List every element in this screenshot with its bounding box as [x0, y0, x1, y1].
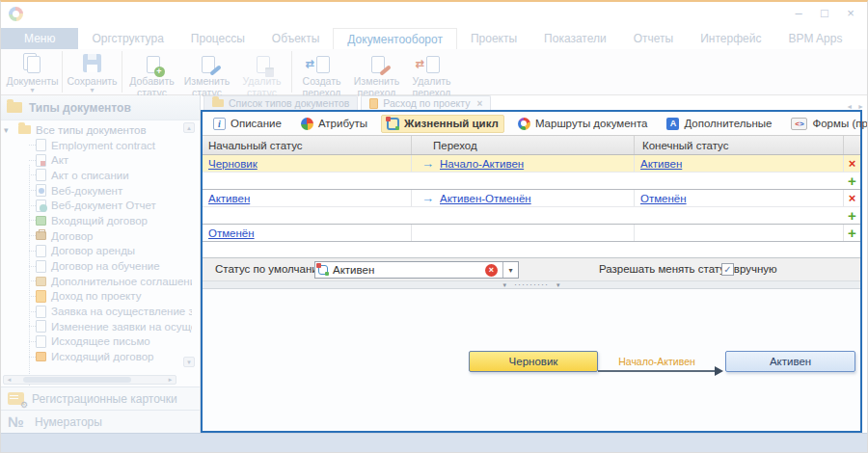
ribbon-tab[interactable]: Отчеты — [620, 28, 687, 49]
tree-item[interactable]: Акт — [1, 152, 192, 168]
documents-button[interactable]: Документы ▾ — [5, 49, 60, 94]
minimize-button[interactable]: – — [792, 6, 805, 20]
tree-item[interactable]: Заявка на осуществление закупк — [1, 304, 192, 319]
tab-close-icon[interactable]: × — [476, 98, 482, 109]
delete-row-icon[interactable]: × — [849, 191, 856, 205]
additional-icon: A — [666, 118, 679, 130]
add-status-button[interactable]: Добавить статус — [124, 49, 179, 94]
delete-row-icon[interactable]: × — [849, 156, 856, 171]
routes-icon — [518, 118, 530, 130]
ribbon-tab[interactable]: Оргструктура — [78, 28, 176, 49]
ribbon-tab[interactable]: BPM Apps — [774, 28, 855, 49]
maximize-button[interactable]: □ — [818, 6, 831, 20]
default-status-bar: Статус по умолчанию Активен × ▾ Разрешат… — [203, 257, 860, 280]
scroll-up-icon[interactable]: ▲ — [183, 122, 195, 133]
tab-description[interactable]: i Описание — [207, 115, 287, 133]
tree-item[interactable]: Договор — [1, 228, 192, 244]
doc-icon — [36, 154, 46, 167]
default-status-combobox[interactable]: Активен × ▾ — [314, 261, 519, 279]
tree-item[interactable]: Дополнительное соглашение — [1, 274, 192, 289]
table-header: Начальный статус Переход Конечный статус — [203, 136, 860, 155]
tree-item[interactable]: Исходящее письмо — [1, 334, 192, 350]
transition-edge-label[interactable]: Начало-Активен — [596, 356, 718, 367]
ribbon-tab[interactable]: Проекты — [457, 28, 530, 49]
delete-status-button[interactable]: Удалить статус — [234, 49, 289, 94]
tab-additional[interactable]: A Дополнительные — [661, 115, 777, 133]
ribbon-tab[interactable]: Интерфейс — [687, 28, 774, 49]
tab-attributes[interactable]: Атрибуты — [295, 115, 373, 133]
scroll-right-icon[interactable]: ► — [165, 376, 176, 384]
save-button[interactable]: Сохранить ▾ — [65, 49, 120, 94]
dropdown-button[interactable]: ▾ — [502, 262, 518, 278]
tree-vertical-scrollbar[interactable]: ▲ ▼ — [183, 122, 195, 367]
column-header: Конечный статус — [635, 136, 844, 154]
add-row-icon[interactable]: + — [848, 173, 856, 189]
document-tabbar: Список типов документов Расход по проект… — [201, 95, 868, 110]
tree-item[interactable]: Доход по проекту — [1, 289, 192, 305]
tree-item[interactable]: Employment contract — [1, 138, 192, 153]
forms-icon: <> — [791, 118, 807, 130]
tree-root[interactable]: ▾ Все типы документов — [1, 122, 192, 138]
tab-lifecycle[interactable]: Жизненный цикл — [381, 115, 504, 133]
diagram-node-draft[interactable]: Черновик — [469, 351, 598, 372]
ribbon-tab[interactable]: Объекты — [258, 28, 334, 49]
clear-value-button[interactable]: × — [485, 264, 498, 277]
tree-item[interactable]: Акт о списании — [1, 168, 192, 183]
sidebar-section-registration-cards[interactable]: Регистрационные карточки — [1, 386, 200, 410]
tab-project-expense[interactable]: Расход по проекту × — [361, 95, 491, 110]
scroll-thumb[interactable] — [23, 377, 131, 383]
status-link[interactable]: Активен — [208, 193, 250, 204]
status-link[interactable]: Черновик — [208, 158, 258, 170]
tree-item[interactable]: Веб-документ — [1, 183, 192, 199]
edit-transition-icon — [365, 52, 390, 76]
sidebar-header: Типы документов — [1, 95, 200, 120]
tab-document-routes[interactable]: Маршруты документа — [512, 115, 654, 133]
expand-caret-icon[interactable]: ▾ — [4, 125, 14, 135]
edit-status-button[interactable]: Изменить статус — [179, 49, 234, 94]
attributes-icon — [301, 118, 313, 130]
menu-button[interactable]: Меню — [1, 28, 78, 49]
sidebar-section-numerators[interactable]: № Нумераторы — [1, 410, 200, 433]
tree-item[interactable]: Договор аренды — [1, 244, 192, 259]
ribbon-tab[interactable]: Процессы — [177, 28, 258, 49]
statusbar — [1, 433, 868, 453]
diagram-node-active[interactable]: Активен — [725, 351, 855, 372]
tree-item[interactable]: Договор на обучение — [1, 258, 192, 274]
app-logo-icon — [9, 7, 23, 21]
ribbon-tab[interactable]: Показатели — [530, 28, 620, 49]
save-icon — [80, 52, 105, 76]
folder-icon — [36, 277, 46, 286]
panel-splitter[interactable]: ▾ ········· ▾ — [203, 280, 860, 289]
edit-transition-button[interactable]: Изменить переход — [349, 49, 404, 94]
add-transition-row: + — [203, 173, 860, 190]
status-link[interactable]: Отменён — [208, 227, 255, 239]
status-link[interactable]: Отменён — [640, 193, 687, 204]
tree-item[interactable]: Веб-документ Отчет — [1, 198, 192, 213]
ribbon-tab-active[interactable]: Документооборот — [333, 28, 457, 49]
allow-manual-checkbox[interactable]: ✓ — [721, 263, 734, 276]
transition-link[interactable]: Начало-Активен — [440, 158, 524, 170]
transition-link[interactable]: Активен-Отменён — [440, 193, 531, 204]
collapse-icon[interactable]: ▾ — [502, 281, 506, 289]
add-row-icon[interactable]: + — [848, 207, 856, 224]
delete-transition-button[interactable]: Удалить переход — [404, 49, 459, 94]
add-row-icon[interactable]: + — [848, 225, 856, 241]
documents-icon — [20, 52, 45, 76]
close-button[interactable]: × — [844, 6, 857, 20]
scroll-left-icon[interactable]: ◄ — [4, 376, 14, 384]
table-row: Черновик →Начало-Активен Активен × — [203, 155, 860, 173]
tab-nav-right-icon[interactable]: ► — [857, 103, 864, 110]
scroll-down-icon[interactable]: ▼ — [183, 357, 195, 367]
ribbon-tab[interactable]: Сценарии — [855, 28, 868, 49]
tab-forms[interactable]: <> Формы (представления) — [785, 115, 868, 133]
tree-item[interactable]: Входящий договор — [1, 213, 192, 228]
collapse-icon[interactable]: ▾ — [556, 281, 560, 289]
create-transition-button[interactable]: Создать переход — [294, 49, 349, 94]
doc-icon — [36, 320, 46, 333]
tree-horizontal-scrollbar[interactable]: ◄ ► — [3, 375, 176, 385]
tree-item[interactable]: Исходящий договор — [1, 349, 192, 364]
tab-document-types-list[interactable]: Список типов документов — [203, 95, 358, 110]
tree-item[interactable]: Изменение заявки на осуществл» — [1, 319, 192, 334]
tab-nav-left-icon[interactable]: ◄ — [846, 103, 853, 110]
status-link[interactable]: Активен — [640, 158, 682, 170]
